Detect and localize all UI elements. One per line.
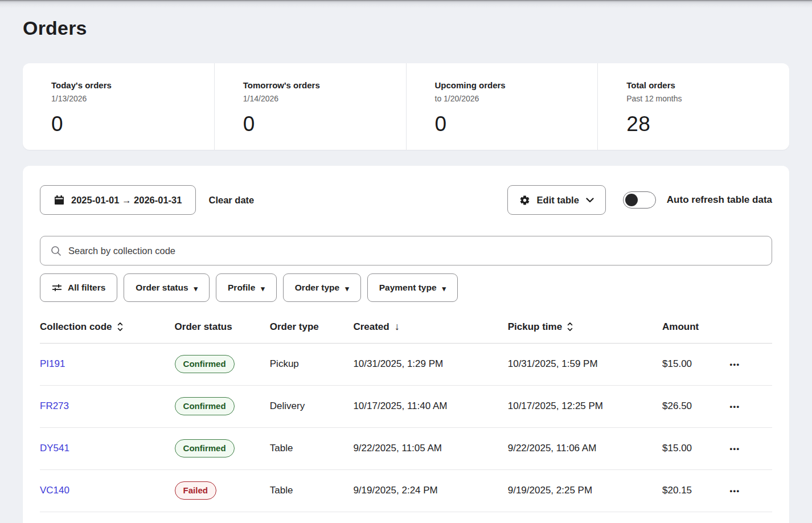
row-actions-menu-icon[interactable]: ••• — [728, 483, 743, 499]
col-label: Order status — [175, 321, 232, 333]
created-cell: 9/19/2025, 2:24 PM — [353, 469, 507, 512]
stat-label: Today's orders — [51, 80, 214, 90]
amount-cell: $26.50 — [662, 385, 727, 427]
sort-desc-icon: ↓ — [395, 321, 400, 333]
col-actions — [728, 311, 772, 343]
amount-cell: $15.00 — [662, 343, 727, 385]
search-input[interactable] — [68, 246, 761, 256]
collection-code-link[interactable]: VC140 — [40, 485, 69, 496]
created-cell: 9/22/2025, 11:05 AM — [353, 427, 507, 469]
filters-row: All filters Order status ▾ Profile ▾ Ord… — [40, 273, 772, 302]
order-type-cell: Delivery — [270, 385, 354, 427]
auto-refresh-toggle[interactable] — [623, 191, 656, 209]
sort-both-icon — [567, 322, 573, 332]
caret-down-icon: ▾ — [345, 285, 349, 292]
stat-value: 0 — [435, 112, 598, 136]
filter-sliders-icon — [52, 284, 62, 292]
filter-payment-type[interactable]: Payment type ▾ — [367, 273, 458, 302]
caret-down-icon: ▾ — [442, 285, 446, 292]
col-label: Amount — [662, 321, 699, 333]
collection-code-link[interactable]: PI191 — [40, 358, 65, 369]
date-range-value: 2025-01-01 → 2026-01-31 — [71, 195, 182, 206]
stat-label: Total orders — [626, 80, 789, 90]
toolbar-right-group: Edit table Auto refresh table data — [507, 185, 772, 215]
stat-sublabel: Past 12 months — [626, 94, 789, 103]
filter-order-status[interactable]: Order status ▾ — [124, 273, 210, 302]
col-label: Created — [353, 321, 389, 333]
status-badge: Failed — [175, 481, 216, 500]
edit-table-label: Edit table — [537, 195, 579, 206]
stat-label: Tomorrow's orders — [243, 80, 406, 90]
table-row: VC140 Failed Table 9/19/2025, 2:24 PM 9/… — [40, 469, 772, 512]
collection-code-link[interactable]: FR273 — [40, 401, 69, 411]
table-row: FR273 Confirmed Delivery 10/17/2025, 11:… — [40, 385, 772, 427]
row-actions-menu-icon[interactable]: ••• — [728, 399, 743, 414]
table-toolbar: 2025-01-01 → 2026-01-31 Clear date Edit … — [40, 185, 772, 215]
all-filters-button[interactable]: All filters — [40, 273, 117, 302]
page-title: Orders — [23, 0, 789, 39]
status-badge: Confirmed — [175, 355, 235, 374]
stat-label: Upcoming orders — [435, 80, 598, 90]
chevron-down-icon — [586, 198, 594, 203]
stat-value: 28 — [626, 112, 789, 136]
stat-sublabel: 1/13/2026 — [51, 94, 214, 103]
caret-down-icon: ▾ — [194, 285, 198, 292]
pickup-time-cell: 10/31/2025, 1:59 PM — [508, 343, 662, 385]
edit-table-button[interactable]: Edit table — [507, 185, 606, 215]
status-badge: Confirmed — [175, 397, 235, 416]
filter-order-type[interactable]: Order type ▾ — [283, 273, 361, 302]
orders-table: Collection code Order status Order type … — [40, 311, 772, 512]
filter-label: Order status — [136, 283, 188, 293]
order-stats-card: Today's orders 1/13/2026 0 Tomorrow's or… — [23, 63, 789, 150]
search-icon — [51, 246, 61, 256]
stat-value: 0 — [243, 112, 406, 136]
col-created[interactable]: Created ↓ — [353, 311, 507, 343]
table-row: PI191 Confirmed Pickup 10/31/2025, 1:29 … — [40, 343, 772, 385]
filter-label: Payment type — [379, 283, 437, 293]
col-label: Pickup time — [508, 321, 562, 333]
all-filters-label: All filters — [68, 283, 105, 293]
status-badge: Confirmed — [175, 439, 235, 458]
col-pickup-time[interactable]: Pickup time — [508, 311, 662, 343]
stat-total-orders: Total orders Past 12 months 28 — [597, 63, 789, 150]
stat-tomorrows-orders: Tomorrow's orders 1/14/2026 0 — [214, 63, 406, 150]
search-box — [40, 236, 772, 265]
col-label: Collection code — [40, 321, 112, 333]
row-actions-menu-icon[interactable]: ••• — [728, 441, 743, 456]
amount-cell: $20.15 — [662, 469, 727, 512]
clear-date-button[interactable]: Clear date — [208, 195, 254, 206]
search-row — [40, 236, 772, 265]
sort-both-icon — [117, 322, 123, 332]
col-order-status[interactable]: Order status — [175, 311, 270, 343]
toggle-knob — [625, 194, 638, 206]
row-actions-menu-icon[interactable]: ••• — [728, 357, 743, 372]
col-collection-code[interactable]: Collection code — [40, 311, 175, 343]
filter-profile[interactable]: Profile ▾ — [216, 273, 277, 302]
collection-code-link[interactable]: DY541 — [40, 443, 69, 453]
col-order-type[interactable]: Order type — [270, 311, 354, 343]
amount-cell: $15.00 — [662, 427, 727, 469]
gear-icon — [519, 195, 530, 206]
col-label: Order type — [270, 321, 319, 333]
table-row: DY541 Confirmed Table 9/22/2025, 11:05 A… — [40, 427, 772, 469]
stat-upcoming-orders: Upcoming orders to 1/20/2026 0 — [406, 63, 598, 150]
stat-todays-orders: Today's orders 1/13/2026 0 — [23, 63, 214, 150]
stat-sublabel: 1/14/2026 — [243, 94, 406, 103]
order-type-cell: Table — [270, 469, 354, 512]
orders-page: Orders Today's orders 1/13/2026 0 Tomorr… — [0, 0, 812, 523]
pickup-time-cell: 9/19/2025, 2:25 PM — [508, 469, 662, 512]
filter-label: Profile — [228, 283, 255, 293]
col-amount: Amount — [662, 311, 727, 343]
auto-refresh-label: Auto refresh table data — [667, 194, 772, 206]
stat-sublabel: to 1/20/2026 — [435, 94, 598, 103]
orders-table-card: 2025-01-01 → 2026-01-31 Clear date Edit … — [23, 166, 789, 523]
stat-value: 0 — [51, 112, 214, 136]
calendar-icon — [54, 195, 64, 205]
filter-label: Order type — [295, 283, 339, 293]
created-cell: 10/31/2025, 1:29 PM — [353, 343, 507, 385]
order-type-cell: Pickup — [270, 343, 354, 385]
order-type-cell: Table — [270, 427, 354, 469]
date-range-button[interactable]: 2025-01-01 → 2026-01-31 — [40, 185, 196, 215]
pickup-time-cell: 9/22/2025, 11:06 AM — [508, 427, 662, 469]
created-cell: 10/17/2025, 11:40 AM — [353, 385, 507, 427]
